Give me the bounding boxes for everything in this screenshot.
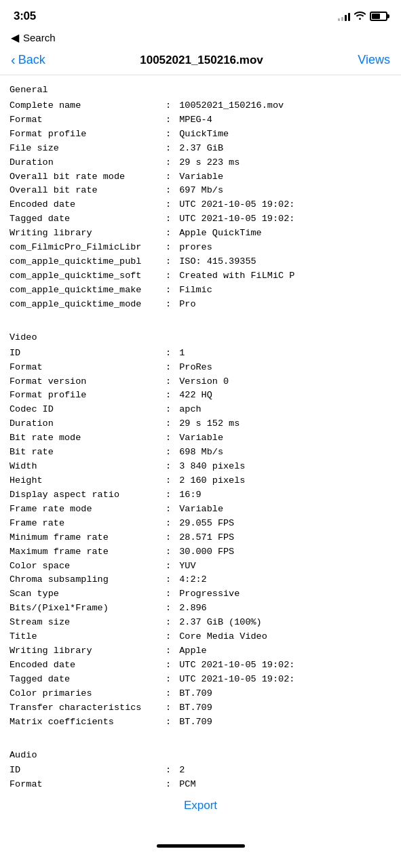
table-row: ID : 2	[9, 764, 392, 778]
row-sep: :	[166, 431, 176, 446]
row-sep: :	[166, 417, 176, 431]
row-sep: :	[166, 517, 176, 531]
table-row: Encoded date : UTC 2021-10-05 19:02:	[9, 658, 392, 673]
back-button[interactable]: ‹ Back	[11, 52, 45, 68]
row-value: 4:2:2	[179, 573, 392, 587]
export-container: Export	[9, 792, 392, 825]
general-section-header: General	[9, 83, 392, 98]
table-row: Frame rate mode : Variable	[9, 502, 392, 517]
row-sep: :	[166, 170, 176, 184]
table-row: Complete name : 10052021_150216.mov	[9, 99, 392, 113]
row-key: Height	[9, 474, 166, 488]
row-value: 2.896	[179, 601, 392, 616]
home-indicator-bar	[157, 844, 245, 848]
table-row: Frame rate : 29.055 FPS	[9, 517, 392, 531]
row-value: 697 Mb/s	[179, 184, 392, 198]
row-key: com_FilmicPro_FilmicLibr	[9, 241, 166, 255]
table-row: Format profile : QuickTime	[9, 127, 392, 142]
row-value: Variable	[179, 502, 392, 517]
table-row: Overall bit rate : 697 Mb/s	[9, 184, 392, 198]
export-button[interactable]: Export	[184, 799, 217, 812]
row-sep: :	[166, 241, 176, 255]
table-row: Bit rate mode : Variable	[9, 431, 392, 446]
row-key: Overall bit rate mode	[9, 170, 166, 184]
table-row: File size : 2.37 GiB	[9, 142, 392, 156]
table-row: Transfer characteristics: BT.709	[9, 701, 392, 715]
row-value: 30.000 FPS	[179, 545, 392, 559]
row-key: Format	[9, 113, 166, 127]
row-value: Version 0	[179, 375, 392, 389]
row-sep: :	[166, 701, 176, 715]
table-row: Format version : Version 0	[9, 375, 392, 389]
row-sep: :	[166, 630, 176, 644]
row-key: Matrix coefficients	[9, 715, 166, 730]
table-row: Format : PCM	[9, 778, 392, 792]
row-sep: :	[166, 361, 176, 375]
battery-icon	[370, 12, 387, 21]
row-key: Writing library	[9, 644, 166, 658]
row-sep: :	[166, 601, 176, 616]
row-value: 2.37 GiB	[179, 142, 392, 156]
wifi-icon	[354, 11, 366, 22]
back-label: Back	[18, 53, 45, 67]
row-key: Encoded date	[9, 198, 166, 212]
row-sep: :	[166, 375, 176, 389]
row-sep: :	[166, 587, 176, 601]
row-key: File size	[9, 142, 166, 156]
row-key: Display aspect ratio	[9, 488, 166, 502]
row-key: Format	[9, 361, 166, 375]
row-key: com_apple_quicktime_mode	[9, 298, 166, 312]
row-value: 10052021_150216.mov	[179, 99, 392, 113]
table-row: Height : 2 160 pixels	[9, 474, 392, 488]
row-key: Transfer characteristics	[9, 701, 166, 715]
table-row: com_apple_quicktime_mode: Pro	[9, 298, 392, 312]
row-key: Bit rate mode	[9, 431, 166, 446]
row-sep: :	[166, 545, 176, 559]
table-row: Width : 3 840 pixels	[9, 460, 392, 474]
row-sep: :	[166, 460, 176, 474]
row-value: 2.37 GiB (100%)	[179, 616, 392, 630]
table-row: Encoded date : UTC 2021-10-05 19:02:	[9, 198, 392, 212]
row-key: Format profile	[9, 127, 166, 142]
row-key: com_apple_quicktime_soft	[9, 269, 166, 283]
row-value: 422 HQ	[179, 389, 392, 403]
row-value: YUV	[179, 559, 392, 574]
row-value: UTC 2021-10-05 19:02:	[179, 212, 392, 226]
row-value: Apple	[179, 644, 392, 658]
table-row: Writing library : Apple QuickTime	[9, 226, 392, 241]
row-sep: :	[166, 403, 176, 417]
table-row: Chroma subsampling : 4:2:2	[9, 573, 392, 587]
table-row: Scan type : Progressive	[9, 587, 392, 601]
row-key: Tagged date	[9, 212, 166, 226]
row-value: 29 s 152 ms	[179, 417, 392, 431]
row-value: 29 s 223 ms	[179, 156, 392, 170]
views-button[interactable]: Views	[358, 53, 390, 67]
row-sep: :	[166, 474, 176, 488]
row-sep: :	[166, 446, 176, 460]
table-row: Display aspect ratio : 16:9	[9, 488, 392, 502]
table-row: Tagged date : UTC 2021-10-05 19:02:	[9, 673, 392, 687]
row-value: UTC 2021-10-05 19:02:	[179, 658, 392, 673]
row-key: Format version	[9, 375, 166, 389]
row-sep: :	[166, 127, 176, 142]
row-sep: :	[166, 658, 176, 673]
row-value: 28.571 FPS	[179, 531, 392, 545]
row-sep: :	[166, 226, 176, 241]
row-sep: :	[166, 764, 176, 778]
row-sep: :	[166, 531, 176, 545]
row-key: ID	[9, 347, 166, 361]
general-rows: Complete name : 10052021_150216.movForma…	[9, 99, 392, 312]
home-indicator	[0, 839, 401, 856]
table-row: Stream size : 2.37 GiB (100%)	[9, 616, 392, 630]
search-back-chevron: ◀	[11, 31, 19, 44]
status-time: 3:05	[14, 9, 36, 23]
row-sep: :	[166, 198, 176, 212]
row-value: 2 160 pixels	[179, 474, 392, 488]
search-label: Search	[23, 32, 56, 43]
row-key: ID	[9, 764, 166, 778]
row-key: Codec ID	[9, 403, 166, 417]
row-value: BT.709	[179, 687, 392, 701]
row-key: Encoded date	[9, 658, 166, 673]
row-value: UTC 2021-10-05 19:02:	[179, 198, 392, 212]
row-sep: :	[166, 298, 176, 312]
